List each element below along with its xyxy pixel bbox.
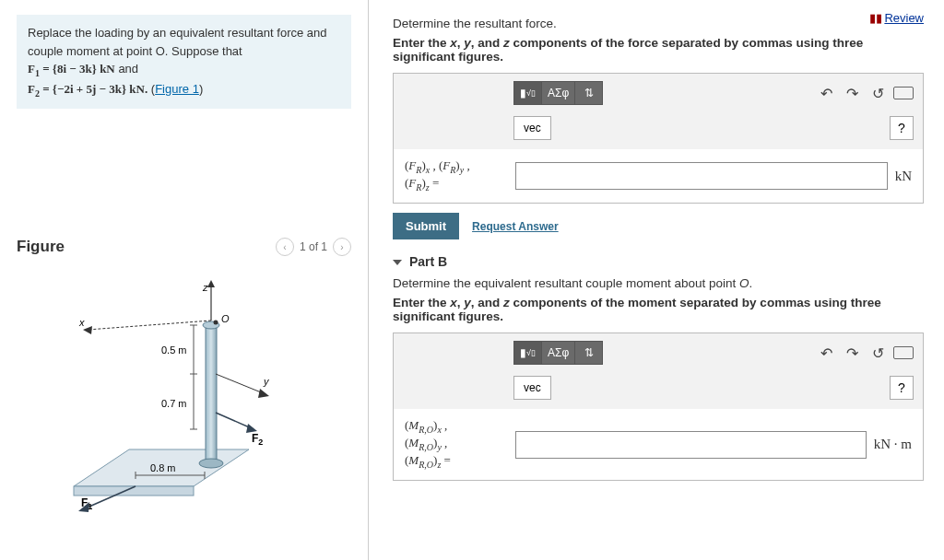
partb-header[interactable]: Part B <box>393 254 924 269</box>
reset-icon[interactable]: ↺ <box>867 83 888 103</box>
parta-unit: kN <box>895 169 912 184</box>
help-button[interactable]: ? <box>890 116 914 140</box>
svg-line-13 <box>216 374 266 394</box>
svg-text:F2: F2 <box>252 432 263 447</box>
greek-button-b[interactable]: ΑΣφ <box>542 341 575 365</box>
partb-answer-input[interactable] <box>515 431 867 459</box>
vec-button-b[interactable]: vec <box>513 376 551 400</box>
f1-and: and <box>118 62 138 76</box>
pager-prev-button[interactable]: ‹ <box>276 238 294 256</box>
svg-marker-14 <box>258 389 269 398</box>
svg-text:O: O <box>221 313 230 324</box>
undo-icon[interactable]: ↶ <box>816 83 836 103</box>
reset-icon-b[interactable]: ↺ <box>867 343 888 363</box>
svg-text:y: y <box>263 376 270 387</box>
parta-line2: Enter the x, y, and z components of the … <box>393 36 924 64</box>
templates-button-b[interactable]: ▮√▯ <box>513 341 542 365</box>
undo-icon-b[interactable]: ↶ <box>816 343 836 363</box>
vec-button[interactable]: vec <box>513 116 551 140</box>
flag-icon: ▮▮ <box>869 11 882 25</box>
updown-button[interactable]: ⇅ <box>575 81 603 105</box>
parta-toolbar: ▮√▯ ΑΣφ ⇅ ↶ ↷ ↺ <box>394 74 923 112</box>
svg-marker-6 <box>207 280 215 287</box>
pager-label: 1 of 1 <box>300 240 327 253</box>
figure-pager: ‹ 1 of 1 › <box>276 238 351 256</box>
partb-unit: kN · m <box>874 437 912 452</box>
partb-answer-panel: ▮√▯ ΑΣφ ⇅ ↶ ↷ ↺ vec ? (MR,O)x ,(MR,O)y ,… <box>393 332 924 481</box>
submit-button[interactable]: Submit <box>393 213 459 239</box>
f1-eq: F1 = {8i − 3k} kN <box>28 62 115 76</box>
svg-point-4 <box>199 459 223 468</box>
partb-toolbar: ▮√▯ ΑΣφ ⇅ ↶ ↷ ↺ <box>394 333 923 372</box>
partb-eq-label: (MR,O)x ,(MR,O)y ,(MR,O)z = <box>405 418 508 471</box>
figure-image: z O x y F2 F1 0.5 <box>17 274 351 514</box>
problem-statement: Replace the loading by an equivalent res… <box>17 15 351 109</box>
svg-point-8 <box>213 321 218 325</box>
paren-close: ) <box>199 82 203 96</box>
figure-title: Figure <box>17 238 65 256</box>
updown-button-b[interactable]: ⇅ <box>575 341 603 365</box>
caret-down-icon <box>393 260 402 265</box>
redo-icon[interactable]: ↷ <box>842 83 862 103</box>
dim-top-label: 0.5 m <box>161 344 187 356</box>
pager-next-button[interactable]: › <box>333 238 351 256</box>
review-label: Review <box>884 11 924 25</box>
figure-link[interactable]: Figure 1 <box>155 82 199 96</box>
svg-text:F1: F1 <box>81 496 92 511</box>
svg-marker-11 <box>83 326 92 334</box>
svg-rect-2 <box>206 325 217 463</box>
right-panel: ▮▮Review Determine the resultant force. … <box>369 0 944 560</box>
redo-icon-b[interactable]: ↷ <box>842 343 862 363</box>
svg-text:x: x <box>78 317 85 328</box>
f2-eq: F2 = {−2i + 5j − 3k} kN. <box>28 82 148 96</box>
partb-line2: Enter the x, y, and z components of the … <box>393 296 924 323</box>
partb-line1: Determine the equivalent resultant coupl… <box>393 276 924 290</box>
parta-line1: Determine the resultant force. <box>393 17 924 30</box>
parta-eq-label: (FR)x , (FR)y ,(FR)z = <box>405 158 508 193</box>
greek-button[interactable]: ΑΣφ <box>542 81 575 105</box>
help-button-b[interactable]: ? <box>890 376 914 400</box>
parta-answer-input[interactable] <box>515 162 888 190</box>
keyboard-icon-b[interactable] <box>893 343 914 363</box>
partb-header-label: Part B <box>409 254 447 269</box>
templates-button[interactable]: ▮√▯ <box>513 81 542 105</box>
keyboard-icon[interactable] <box>893 83 914 103</box>
review-link[interactable]: ▮▮Review <box>869 11 924 25</box>
parta-answer-panel: ▮√▯ ΑΣφ ⇅ ↶ ↷ ↺ vec ? (FR)x , (FR)y ,(FR… <box>393 73 924 204</box>
request-answer-link[interactable]: Request Answer <box>472 220 559 233</box>
problem-intro: Replace the loading by an equivalent res… <box>28 26 327 58</box>
left-panel: Replace the loading by an equivalent res… <box>0 0 369 560</box>
dim-mid-label: 0.7 m <box>161 398 187 409</box>
svg-text:z: z <box>202 282 208 293</box>
dim-bot-label: 0.8 m <box>150 462 176 473</box>
